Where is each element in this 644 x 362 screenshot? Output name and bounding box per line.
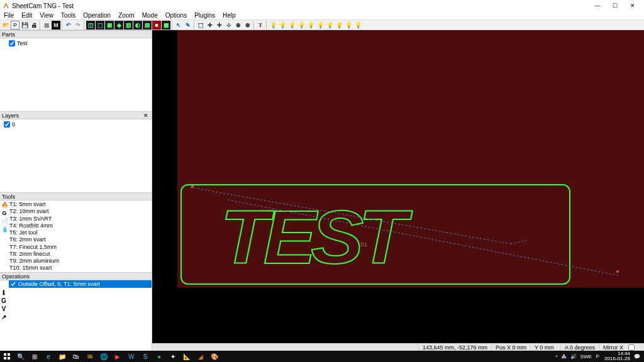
canvas-viewport[interactable]: TEST S1 143,645 mm, -52,176 mm Pos X 0 m… xyxy=(152,30,644,351)
bulb2-icon[interactable]: 💡 xyxy=(278,21,287,30)
taskview-icon[interactable]: ⊞ xyxy=(28,351,42,362)
tray-flag-icon[interactable]: 🏳 xyxy=(596,354,601,359)
bulb3-icon[interactable]: 💡 xyxy=(287,21,296,30)
maximize-button[interactable]: ☐ xyxy=(606,0,624,11)
select-icon[interactable]: ↖ xyxy=(174,21,183,30)
grid-icon[interactable]: ▦ xyxy=(42,21,51,30)
sheetcam-icon[interactable]: ◢ xyxy=(194,351,208,362)
layers-item-checkbox[interactable] xyxy=(4,121,10,128)
view9-icon[interactable]: ▦ xyxy=(162,21,170,30)
app1-icon[interactable]: ✦ xyxy=(166,351,180,362)
snap2-icon[interactable]: ✛ xyxy=(215,21,224,30)
store-icon[interactable]: 🛍 xyxy=(69,351,83,362)
operation-item-selected[interactable]: Outside Offset, 0, T1: 5mm svart xyxy=(9,280,152,288)
tray-net-icon[interactable]: 🖧 xyxy=(562,354,567,359)
nest-icon[interactable]: ⬚ xyxy=(196,21,205,30)
word-icon[interactable]: W xyxy=(125,351,138,362)
menu-operation[interactable]: Operation xyxy=(82,12,112,19)
op-info-icon[interactable]: ℹ xyxy=(0,289,8,297)
tool-item[interactable]: T3: 1mm SVART xyxy=(9,216,151,222)
menu-mode[interactable]: Mode xyxy=(141,12,159,19)
tool-item[interactable]: T7: Finecut 1,5mm xyxy=(9,244,151,251)
start-button[interactable] xyxy=(0,351,14,362)
bulb4-icon[interactable]: 💡 xyxy=(297,21,306,30)
taskbar[interactable]: 🔍 ⊞ e 📁 🛍 ✉ 🌐 ▶ W S ● ✦ 📐 ◢ 🎨 ^ 🖧 🔊 SWE … xyxy=(0,351,644,362)
video-icon[interactable]: ▶ xyxy=(111,351,125,362)
operation-checkbox[interactable] xyxy=(10,281,16,287)
menu-zoom[interactable]: Zoom xyxy=(117,12,136,19)
leadin-node[interactable] xyxy=(191,185,194,188)
edge-icon[interactable]: e xyxy=(42,351,55,362)
tool-gcode-icon[interactable]: G xyxy=(1,210,8,217)
minimize-button[interactable]: — xyxy=(589,0,606,11)
chrome-icon[interactable]: 🌐 xyxy=(97,351,111,362)
bulb9-icon[interactable]: 💡 xyxy=(344,21,353,30)
save-icon[interactable]: 💾 xyxy=(20,21,29,30)
leadin-node[interactable] xyxy=(616,270,619,273)
menu-file[interactable]: File xyxy=(3,12,15,19)
tools-list[interactable]: T1: 5mm svart T2: 10mm svart T3: 1mm SVA… xyxy=(9,201,151,272)
open-icon[interactable]: 📂 xyxy=(1,21,10,30)
layers-panel-header[interactable]: Layers ✕ xyxy=(0,111,152,119)
tray-vol-icon[interactable]: 🔊 xyxy=(570,354,577,359)
tray-clock[interactable]: 14:44 2016-01-28 xyxy=(604,351,630,361)
skype-icon[interactable]: S xyxy=(138,351,152,362)
view8-icon[interactable]: ■ xyxy=(152,21,161,30)
close-button[interactable]: ✕ xyxy=(624,0,641,11)
view5-icon[interactable]: ▥ xyxy=(124,21,133,30)
bulb5-icon[interactable]: 💡 xyxy=(306,21,315,30)
op-gcode-icon[interactable]: G xyxy=(0,297,8,305)
tools-panel-header[interactable]: Tools xyxy=(0,192,152,200)
view7-icon[interactable]: ▤ xyxy=(143,21,152,30)
tray-notifications-icon[interactable]: 💬 xyxy=(634,354,640,359)
explorer-icon[interactable]: 📁 xyxy=(55,351,69,362)
layers-item[interactable]: 0 xyxy=(3,121,149,128)
operations-list[interactable]: Outside Offset, 0, T1: 5mm svart xyxy=(9,280,152,351)
view6-icon[interactable]: ◐ xyxy=(133,21,142,30)
menu-tools[interactable]: Tools xyxy=(60,12,77,19)
bulb7-icon[interactable]: 💡 xyxy=(325,21,334,30)
view1-icon[interactable]: ◫ xyxy=(86,21,95,30)
app3-icon[interactable]: 🎨 xyxy=(208,351,221,362)
tool-plasma-icon[interactable]: 🔥 xyxy=(1,202,8,209)
undo-icon[interactable]: ↶ xyxy=(64,21,73,30)
snap5-icon[interactable]: ⊗ xyxy=(243,21,252,30)
parts-item[interactable]: Test xyxy=(3,40,149,47)
bulb6-icon[interactable]: 💡 xyxy=(316,21,325,30)
menu-view[interactable]: View xyxy=(38,12,55,19)
view4-icon[interactable]: ◈ xyxy=(114,21,123,30)
tool-item[interactable]: T9: 2mm aluminium xyxy=(9,258,151,265)
tool-item[interactable]: T5: Jet tool xyxy=(9,229,151,236)
menu-options[interactable]: Options xyxy=(164,12,188,19)
tool-item[interactable]: T8: 2mm finecut xyxy=(9,251,151,258)
text-tool-icon[interactable]: T xyxy=(256,21,265,30)
app2-icon[interactable]: 📐 xyxy=(180,351,194,362)
bulb8-icon[interactable]: 💡 xyxy=(335,21,343,30)
machine-icon[interactable]: M xyxy=(52,21,60,30)
bulb10-icon[interactable]: 💡 xyxy=(353,21,362,30)
operations-panel-header[interactable]: Operations xyxy=(0,272,152,280)
menu-plugins[interactable]: Plugins xyxy=(193,12,216,19)
layers-close-icon[interactable]: ✕ xyxy=(142,112,150,119)
tool-code-icon[interactable]: 📄 xyxy=(1,218,8,226)
view2-icon[interactable]: ⬚ xyxy=(96,21,104,30)
op-v-icon[interactable]: V xyxy=(0,305,8,313)
system-tray[interactable]: ^ 🖧 🔊 SWE 🏳 14:44 2016-01-28 💬 xyxy=(555,351,644,361)
print-icon[interactable]: 🖨 xyxy=(30,21,38,30)
view3-icon[interactable]: ▣ xyxy=(105,21,114,30)
parts-panel-header[interactable]: Parts xyxy=(0,30,152,38)
tool-waterjet-icon[interactable]: 💧 xyxy=(1,226,8,234)
op-tool-icon[interactable]: ↗ xyxy=(0,314,8,321)
parts-item-checkbox[interactable] xyxy=(9,40,15,47)
tray-up-icon[interactable]: ^ xyxy=(555,354,558,359)
tool-item[interactable]: T6: 2mm svart xyxy=(9,236,151,243)
edit-icon[interactable]: ✎ xyxy=(184,21,192,30)
snap4-icon[interactable]: ⊕ xyxy=(234,21,243,30)
part-text[interactable]: TEST xyxy=(220,194,401,280)
snap3-icon[interactable]: ⊹ xyxy=(225,21,233,30)
snap1-icon[interactable]: ✛ xyxy=(206,21,214,30)
tool-item[interactable]: T10: 15mm svart xyxy=(9,265,151,272)
postprocess-icon[interactable]: P xyxy=(11,21,19,30)
spotify-icon[interactable]: ● xyxy=(152,351,166,362)
menu-edit[interactable]: Edit xyxy=(20,12,33,19)
